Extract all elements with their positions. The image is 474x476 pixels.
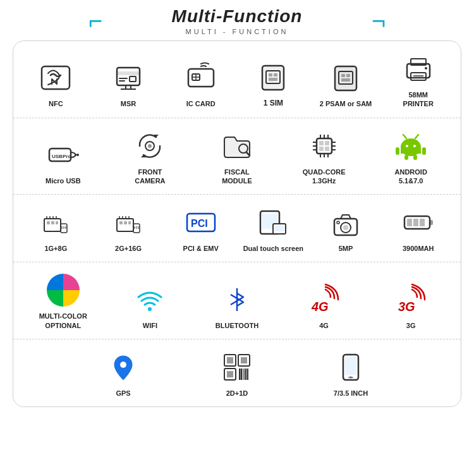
msr-label: MSR bbox=[121, 99, 136, 108]
pci-icon: PCI bbox=[185, 206, 217, 239]
row-2: USBPro Micro USB bbox=[13, 118, 461, 195]
feature-frontcam: FRONT CAMERA bbox=[107, 127, 194, 186]
android-icon bbox=[394, 130, 427, 162]
svg-rect-13 bbox=[269, 73, 272, 76]
svg-line-57 bbox=[415, 135, 418, 138]
quadcore-label: QUAD-CORE 1.3GHz bbox=[303, 168, 346, 186]
svg-rect-118 bbox=[345, 357, 356, 375]
feature-fiscal: FISCAL MODULE bbox=[193, 127, 281, 186]
svg-rect-111 bbox=[227, 371, 233, 377]
svg-point-55 bbox=[413, 145, 416, 147]
row-5: GPS bbox=[13, 339, 461, 406]
svg-rect-49 bbox=[325, 141, 329, 145]
frontcam-label: FRONT CAMERA bbox=[135, 168, 165, 186]
svg-rect-53 bbox=[401, 147, 421, 154]
printer-label: 58MM PRINTER bbox=[403, 90, 434, 109]
bracket-right: ⌐ bbox=[372, 8, 386, 35]
svg-text:PCI: PCI bbox=[191, 218, 208, 229]
svg-rect-2 bbox=[117, 71, 140, 75]
microusb-label: Micro USB bbox=[46, 176, 81, 185]
svg-rect-65 bbox=[56, 221, 58, 224]
wifi-icon bbox=[133, 283, 166, 316]
battery-label: 3900MAH bbox=[403, 244, 434, 253]
bracket-left: ⌐ bbox=[88, 8, 102, 35]
svg-rect-61 bbox=[413, 155, 417, 160]
sim1-label: 1 SIM bbox=[264, 99, 283, 109]
sim2-icon bbox=[330, 63, 362, 94]
svg-rect-15 bbox=[269, 78, 277, 81]
ram2-label: 2G+16G bbox=[115, 244, 142, 253]
frontcam-icon bbox=[133, 130, 166, 162]
header: ⌐ Multi-Function MULTI - FUNCTION ⌐ bbox=[13, 6, 461, 35]
feature-nfc: NFC bbox=[20, 50, 92, 109]
svg-rect-0 bbox=[42, 66, 70, 89]
sim1-icon bbox=[257, 62, 289, 94]
svg-rect-62 bbox=[44, 219, 61, 231]
svg-rect-5 bbox=[130, 76, 136, 82]
svg-rect-20 bbox=[341, 78, 350, 82]
dualtouch-icon bbox=[257, 206, 289, 239]
svg-text:3G: 3G bbox=[398, 300, 415, 314]
multicolor-label: MULTI-COLOR OPTIONAL bbox=[39, 312, 87, 330]
feature-battery: 3900MAH bbox=[382, 204, 454, 253]
svg-point-54 bbox=[406, 145, 408, 147]
feature-gps: GPS bbox=[66, 348, 180, 398]
svg-rect-75 bbox=[119, 221, 123, 224]
bluetooth-label: BLUETOOTH bbox=[216, 321, 258, 330]
2d1d-icon bbox=[221, 351, 253, 384]
wifi-label: WIFI bbox=[143, 321, 157, 330]
svg-point-101 bbox=[148, 307, 152, 311]
feature-2psam: 2 PSAM or SAM bbox=[310, 50, 382, 109]
svg-point-94 bbox=[343, 225, 348, 230]
page-wrapper: ⌐ Multi-Function MULTI - FUNCTION ⌐ NFC bbox=[0, 0, 474, 476]
battery-icon bbox=[402, 206, 435, 239]
svg-point-30 bbox=[76, 154, 79, 156]
feature-2g16g: 2G+16G bbox=[92, 204, 165, 253]
svg-rect-77 bbox=[128, 221, 131, 224]
4g-label: 4G bbox=[319, 321, 329, 330]
android-label: ANDROID 5.1&7.0 bbox=[395, 168, 427, 186]
svg-point-32 bbox=[148, 144, 152, 148]
svg-rect-109 bbox=[241, 357, 247, 363]
feature-msr: MSR bbox=[92, 50, 165, 109]
svg-rect-76 bbox=[124, 221, 127, 224]
sim2-label: 2 PSAM or SAM bbox=[320, 99, 372, 108]
ram2-icon bbox=[114, 211, 142, 239]
camera5mp-icon bbox=[332, 211, 360, 239]
svg-point-26 bbox=[425, 67, 427, 70]
svg-rect-19 bbox=[346, 74, 350, 77]
feature-3g: 3G 3G bbox=[367, 271, 454, 330]
svg-text:4G: 4G bbox=[311, 300, 329, 314]
feature-4g: 4G 4G bbox=[281, 271, 368, 330]
pci-label: PCI & EMV bbox=[183, 244, 219, 253]
feature-microusb: USBPro Micro USB bbox=[20, 127, 107, 186]
feature-android: ANDROID 5.1&7.0 bbox=[367, 127, 454, 186]
svg-point-95 bbox=[337, 221, 339, 224]
svg-rect-14 bbox=[274, 73, 277, 76]
feature-5mp: 5MP bbox=[310, 204, 382, 253]
quadcore-icon bbox=[308, 130, 341, 162]
row-3: 1G+8G bbox=[13, 195, 461, 262]
feature-wifi: WIFI bbox=[107, 271, 194, 330]
inch-icon bbox=[334, 351, 367, 384]
svg-line-56 bbox=[403, 135, 406, 138]
gps-icon bbox=[107, 351, 140, 384]
feature-1g8g: 1G+8G bbox=[20, 204, 92, 253]
svg-rect-48 bbox=[319, 141, 324, 145]
multicolor-icon bbox=[47, 274, 80, 307]
msr-icon bbox=[112, 61, 145, 94]
printer-icon bbox=[402, 52, 435, 85]
svg-rect-23 bbox=[411, 73, 426, 80]
4g-icon: 4G bbox=[308, 283, 341, 316]
feature-1sim: 1 SIM bbox=[237, 50, 310, 109]
svg-rect-35 bbox=[317, 138, 332, 154]
3g-icon: 3G bbox=[394, 283, 427, 316]
sub-title: MULTI - FUNCTION bbox=[13, 28, 461, 35]
svg-rect-74 bbox=[117, 219, 133, 231]
feature-multicolor: MULTI-COLOR OPTIONAL bbox=[20, 271, 107, 330]
2d1d-label: 2D+1D bbox=[226, 389, 248, 398]
svg-rect-99 bbox=[413, 219, 418, 226]
row-4: MULTI-COLOR OPTIONAL WIFI bbox=[13, 262, 461, 339]
ic-card-icon bbox=[185, 61, 217, 94]
inch-label: 7/3.5 INCH bbox=[334, 389, 368, 398]
